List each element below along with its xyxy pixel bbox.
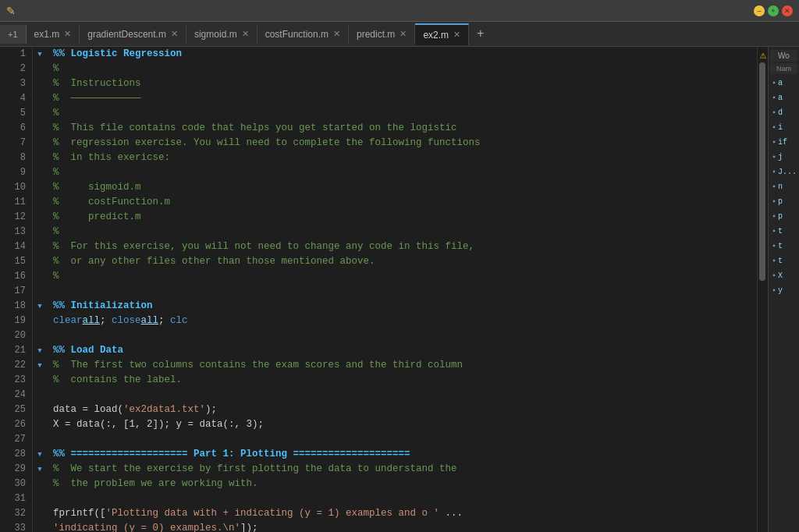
right-panel-item[interactable]: ▪a xyxy=(770,90,797,105)
code-container[interactable]: 1234567891011121314151617181920212223242… xyxy=(0,47,768,532)
code-line[interactable]: data = load('ex2data1.txt'); xyxy=(53,403,751,417)
line-number: 1 xyxy=(6,47,26,62)
tab-ex2[interactable]: ex2.m ✕ xyxy=(415,23,469,45)
right-panel-item[interactable]: ▪y xyxy=(770,283,797,298)
code-line[interactable]: % The first two columns contains the exa… xyxy=(53,358,751,373)
gutter-item xyxy=(33,254,47,269)
gutter-item[interactable]: ▼ xyxy=(33,299,47,314)
code-line[interactable]: % contains the label. xyxy=(53,373,751,388)
right-panel-item[interactable]: ▪t xyxy=(770,254,797,268)
right-panel-item[interactable]: ▪n xyxy=(770,179,797,194)
item-label: i xyxy=(778,123,783,132)
line-number: 11 xyxy=(6,195,26,210)
tab-ex1-close[interactable]: ✕ xyxy=(64,29,71,39)
gutter-item[interactable]: ▼ xyxy=(33,47,47,62)
tab-overflow-count[interactable]: +1 xyxy=(0,25,27,44)
gutter-item[interactable]: ▼ xyxy=(33,343,47,358)
gutter-item[interactable]: ▼ xyxy=(33,358,47,373)
code-line[interactable]: % or any other files other than those me… xyxy=(53,254,751,269)
tab-cost-function[interactable]: costFunction.m ✕ xyxy=(257,24,349,44)
code-line[interactable]: % regression exercise. You will need to … xyxy=(53,136,751,151)
item-label: n xyxy=(778,183,783,191)
code-line[interactable]: %% Load Data xyxy=(53,343,751,358)
right-panel-item[interactable]: ▪X xyxy=(770,268,797,283)
gutter-item xyxy=(33,477,47,491)
item-label: a xyxy=(778,79,783,87)
code-line[interactable]: % predict.m xyxy=(53,210,751,225)
code-line[interactable]: % xyxy=(53,269,751,284)
code-line[interactable] xyxy=(53,491,751,506)
right-panel-item[interactable]: ▪i xyxy=(770,120,797,135)
right-panel-item[interactable]: ▪t xyxy=(770,224,797,239)
code-line[interactable] xyxy=(53,432,751,447)
code-line[interactable]: % For this exercise, you will not need t… xyxy=(53,239,751,254)
item-icon: ▪ xyxy=(772,197,776,206)
code-line[interactable]: %% Logistic Regression xyxy=(53,47,751,62)
code-line[interactable]: clear all; close all; clc xyxy=(53,314,751,328)
line-number: 9 xyxy=(6,165,26,180)
code-line[interactable]: % xyxy=(53,62,751,76)
line-number: 2 xyxy=(6,62,26,76)
gutter-item[interactable]: ▼ xyxy=(33,462,47,477)
scrollbar-thumb[interactable] xyxy=(759,62,765,281)
code-line[interactable]: % the problem we are working with. xyxy=(53,477,751,491)
code-line[interactable]: fprintf(['Plotting data with + indicatin… xyxy=(53,506,751,521)
tab-sigmoid-close[interactable]: ✕ xyxy=(242,29,249,39)
item-label: J... xyxy=(778,168,796,176)
right-panel-item[interactable]: ▪J... xyxy=(770,165,797,179)
code-line[interactable]: %% ==================== Part 1: Plotting… xyxy=(53,447,751,462)
tab-sigmoid[interactable]: sigmoid.m ✕ xyxy=(186,24,257,44)
item-icon: ▪ xyxy=(772,227,776,236)
line-number: 6 xyxy=(6,121,26,136)
right-panel-item[interactable]: ▪p xyxy=(770,209,797,224)
tab-ex1[interactable]: ex1.m ✕ xyxy=(27,24,80,44)
tab-ex1-label: ex1.m xyxy=(34,29,60,40)
tab-add-button[interactable]: + xyxy=(469,23,492,46)
code-line[interactable]: % xyxy=(53,165,751,180)
code-line[interactable]: % costFunction.m xyxy=(53,195,751,210)
code-line[interactable]: % xyxy=(53,106,751,121)
code-line[interactable]: % We start the exercise by first plottin… xyxy=(53,462,751,477)
tab-cost-function-label: costFunction.m xyxy=(265,29,328,40)
item-icon: ▪ xyxy=(772,271,776,280)
code-line[interactable]: % Instructions xyxy=(53,76,751,91)
tab-gradient-close[interactable]: ✕ xyxy=(171,29,178,39)
right-panel-item[interactable]: ▪d xyxy=(770,105,797,120)
gutter-item xyxy=(33,180,47,195)
right-panel-subheader: Nam xyxy=(770,63,797,74)
code-line[interactable]: % in this exericse: xyxy=(53,151,751,165)
code-line[interactable]: X = data(:, [1, 2]); y = data(:, 3); xyxy=(53,417,751,432)
code-line[interactable]: 'indicating (y = 0) examples.\n']); xyxy=(53,521,751,532)
tab-predict[interactable]: predict.m ✕ xyxy=(349,24,415,44)
line-number: 33 xyxy=(6,521,26,532)
gutter-item xyxy=(33,121,47,136)
tab-cost-function-close[interactable]: ✕ xyxy=(333,29,340,39)
tab-predict-close[interactable]: ✕ xyxy=(400,29,407,39)
code-line[interactable] xyxy=(53,388,751,403)
gutter-item xyxy=(33,314,47,328)
right-panel-item[interactable]: ▪j xyxy=(770,150,797,165)
code-content[interactable]: %% Logistic Regression%% Instructions% —… xyxy=(47,47,757,532)
code-line[interactable]: % ———————————— xyxy=(53,91,751,106)
code-line[interactable]: %% Initialization xyxy=(53,299,751,314)
code-line[interactable]: % This file contains code that helps you… xyxy=(53,121,751,136)
tab-ex2-close[interactable]: ✕ xyxy=(453,30,460,40)
gutter-item xyxy=(33,521,47,532)
minimize-button[interactable]: – xyxy=(754,5,765,16)
right-panel-item[interactable]: ▪a xyxy=(770,76,797,90)
code-line[interactable] xyxy=(53,284,751,299)
close-button[interactable]: ✕ xyxy=(782,5,793,16)
right-panel-item[interactable]: ▪t xyxy=(770,239,797,254)
line-number: 12 xyxy=(6,210,26,225)
right-panel-item[interactable]: ▪if xyxy=(770,135,797,150)
gutter-item[interactable]: ▼ xyxy=(33,447,47,462)
gutter-item xyxy=(33,136,47,151)
tab-bar: +1 ex1.m ✕ gradientDescent.m ✕ sigmoid.m… xyxy=(0,22,799,47)
gutter-item xyxy=(33,417,47,432)
expand-button[interactable]: + xyxy=(768,5,779,16)
right-panel-item[interactable]: ▪p xyxy=(770,194,797,209)
code-line[interactable] xyxy=(53,328,751,343)
tab-gradient-descent[interactable]: gradientDescent.m ✕ xyxy=(80,24,186,44)
code-line[interactable]: % sigmoid.m xyxy=(53,180,751,195)
code-line[interactable]: % xyxy=(53,225,751,239)
